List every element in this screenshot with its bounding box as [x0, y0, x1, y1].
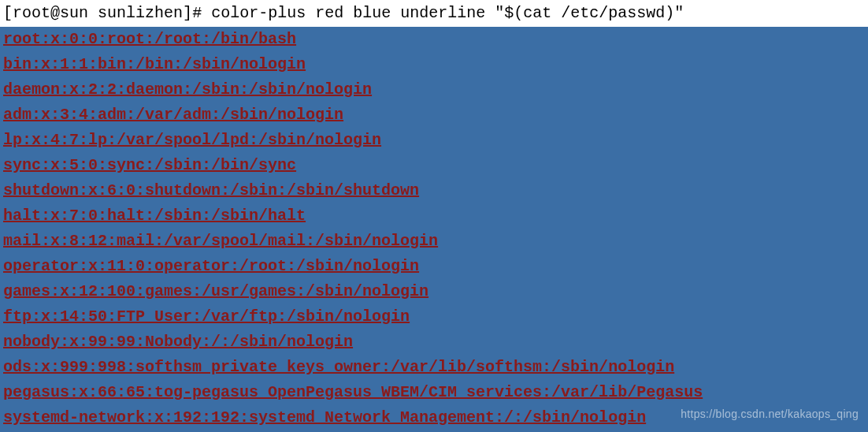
output-line: shutdown:x:6:0:shutdown:/sbin:/sbin/shut…	[0, 178, 868, 203]
output-line: daemon:x:2:2:daemon:/sbin:/sbin/nologin	[0, 77, 868, 102]
prompt-space2	[202, 4, 211, 22]
output-line: operator:x:11:0:operator:/root:/sbin/nol…	[0, 254, 868, 279]
terminal-window: [root@sun sunlizhen]# color-plus red blu…	[0, 0, 868, 432]
prompt-open-bracket: [	[3, 4, 13, 22]
shell-prompt-line[interactable]: [root@sun sunlizhen]# color-plus red blu…	[0, 0, 868, 27]
prompt-close-bracket: ]	[183, 4, 192, 22]
prompt-host: sun	[60, 4, 88, 22]
prompt-symbol: #	[192, 4, 202, 22]
output-line: ftp:x:14:50:FTP User:/var/ftp:/sbin/nolo…	[0, 304, 868, 330]
prompt-space	[88, 4, 98, 22]
prompt-at: @	[50, 4, 60, 22]
output-line: pegasus:x:66:65:tog-pegasus OpenPegasus …	[0, 380, 868, 405]
prompt-user: root	[13, 4, 50, 22]
output-line: games:x:12:100:games:/usr/games:/sbin/no…	[0, 279, 868, 304]
output-line: mail:x:8:12:mail:/var/spool/mail:/sbin/n…	[0, 229, 868, 254]
output-line: bin:x:1:1:bin:/bin:/sbin/nologin	[0, 52, 868, 77]
output-line: ods:x:999:998:softhsm private keys owner…	[0, 355, 868, 380]
output-line: sync:x:5:0:sync:/sbin:/bin/sync	[0, 153, 868, 178]
prompt-cwd: sunlizhen	[98, 4, 183, 22]
output-line: systemd-network:x:192:192:systemd Networ…	[0, 405, 868, 430]
output-line: nobody:x:99:99:Nobody:/:/sbin/nologin	[0, 330, 868, 355]
output-line: root:x:0:0:root:/root:/bin/bash	[0, 27, 299, 52]
output-line: halt:x:7:0:halt:/sbin:/sbin/halt	[0, 203, 868, 229]
output-line: adm:x:3:4:adm:/var/adm:/sbin/nologin	[0, 102, 868, 128]
output-line: lp:x:4:7:lp:/var/spool/lpd:/sbin/nologin	[0, 128, 868, 153]
command-text: color-plus red blue underline "$(cat /et…	[211, 4, 684, 22]
